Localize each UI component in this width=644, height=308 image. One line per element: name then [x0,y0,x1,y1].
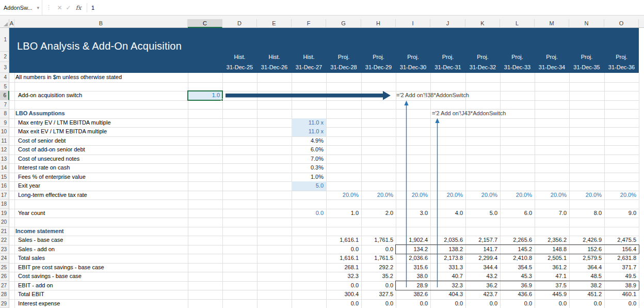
formula-bar-resize-handle-icon[interactable]: ⋮ [42,4,55,11]
name-box-dropdown-icon[interactable]: ▾ [37,5,39,10]
insert-function-icon[interactable]: fx [73,4,84,11]
formula-note-i38[interactable]: ='2 Add on'!I38*AddonSwitch [396,92,469,98]
enter-icon[interactable]: ✓ [64,4,73,11]
formula-input[interactable]: 1 [90,5,94,11]
name-box[interactable]: AddonSw... ▾ [0,0,42,15]
selected-cell-outline [187,90,223,101]
select-all-triangle-icon [4,22,8,26]
excel-window: AddonSw... ▾ ⋮ ✕ ✓ fx 1 ABCDEFGHIJKLMNO … [0,0,644,308]
select-all-corner[interactable] [0,19,9,28]
formula-bar-divider [87,3,87,12]
outline-box-row27 [395,281,639,290]
outline-box-row23 [395,244,639,254]
formula-note-j43[interactable]: ='2 Add on'!J43*AddonSwitch [432,110,506,116]
formula-bar: AddonSw... ▾ ⋮ ✕ ✓ fx 1 [0,0,644,16]
cancel-icon[interactable]: ✕ [55,4,64,11]
name-box-value: AddonSw... [4,5,33,11]
fill-handle[interactable] [221,99,223,101]
